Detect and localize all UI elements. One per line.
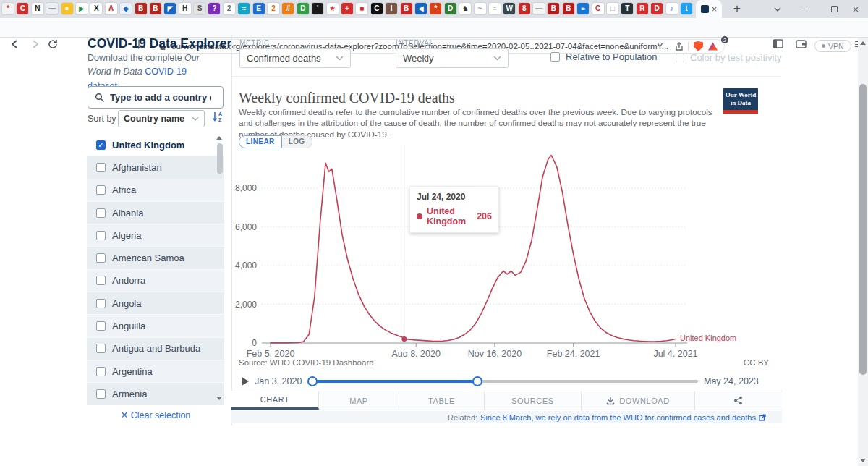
- browser-tab[interactable]: 8: [519, 3, 530, 14]
- brave-rewards-icon[interactable]: [708, 43, 718, 51]
- sidebar-panel-icon[interactable]: [773, 39, 783, 48]
- license-label[interactable]: CC BY: [738, 358, 769, 367]
- country-checkbox[interactable]: [96, 253, 106, 263]
- browser-tab[interactable]: *: [2, 3, 14, 14]
- country-row[interactable]: Angola: [87, 292, 224, 315]
- browser-tab[interactable]: =: [489, 3, 501, 14]
- browser-tab[interactable]: ◆: [120, 3, 132, 14]
- clear-selection-button[interactable]: ✕ Clear selection: [87, 410, 224, 420]
- tab-share[interactable]: [695, 391, 780, 410]
- browser-tab[interactable]: D: [297, 3, 309, 14]
- browser-tab[interactable]: ♞: [459, 3, 471, 14]
- country-row[interactable]: Albania: [87, 202, 224, 224]
- browser-tab[interactable]: ~: [475, 3, 486, 14]
- relative-to-population-checkbox[interactable]: Relative to Population: [550, 51, 657, 62]
- browser-tab[interactable]: ▶: [76, 3, 88, 14]
- browser-tab[interactable]: ≡: [577, 3, 589, 14]
- line-chart[interactable]: 02,0004,0006,0008,000Feb 5, 2020Aug 8, 2…: [235, 139, 774, 357]
- country-row[interactable]: ✓United Kingdom: [87, 134, 224, 156]
- list-scrollbar-thumb[interactable]: [217, 143, 223, 174]
- browser-tab[interactable]: C: [371, 3, 383, 14]
- tab-close-icon[interactable]: ×: [712, 4, 718, 14]
- related-link[interactable]: Since 8 March, we rely on data from the …: [480, 413, 756, 422]
- browser-tab[interactable]: ♪: [666, 3, 678, 14]
- country-checkbox[interactable]: [96, 321, 106, 331]
- country-row[interactable]: Antigua and Barbuda: [87, 338, 224, 360]
- share-icon[interactable]: [673, 42, 683, 51]
- country-search-box[interactable]: [88, 86, 224, 109]
- browser-tab[interactable]: N: [32, 3, 43, 14]
- active-browser-tab[interactable]: ×: [696, 0, 722, 18]
- page-scrollbar[interactable]: [858, 38, 868, 466]
- browser-tab[interactable]: ●: [61, 3, 73, 14]
- browser-tab[interactable]: ★: [327, 3, 339, 14]
- scroll-up-arrow[interactable]: [860, 41, 866, 45]
- tab-download[interactable]: DOWNLOAD: [582, 391, 695, 410]
- browser-tab[interactable]: C: [592, 3, 604, 14]
- country-row[interactable]: Algeria: [87, 224, 224, 247]
- browser-tab[interactable]: R: [637, 3, 648, 14]
- scrollbar-thumb[interactable]: [859, 84, 867, 375]
- browser-tab[interactable]: W: [503, 3, 515, 14]
- wallet-icon[interactable]: [796, 39, 807, 48]
- back-button[interactable]: [10, 39, 20, 49]
- browser-tab[interactable]: —: [533, 3, 545, 14]
- browser-tab[interactable]: E: [253, 3, 265, 14]
- browser-tab[interactable]: B: [135, 3, 147, 14]
- browser-tab[interactable]: B: [548, 3, 559, 14]
- browser-tab[interactable]: ◀: [415, 3, 427, 14]
- browser-tab[interactable]: H: [179, 3, 191, 14]
- country-checkbox[interactable]: [96, 389, 106, 399]
- country-checkbox[interactable]: [96, 276, 106, 285]
- sort-select[interactable]: Country name: [118, 110, 205, 127]
- scroll-down-arrow[interactable]: [858, 455, 868, 466]
- brave-shield-icon[interactable]: [694, 41, 703, 51]
- browser-tab[interactable]: S: [194, 3, 205, 14]
- browser-tab[interactable]: ': [312, 3, 323, 14]
- tab-search-chevron-icon[interactable]: [771, 0, 784, 18]
- browser-tab[interactable]: I: [386, 3, 397, 14]
- country-checkbox[interactable]: [96, 367, 106, 376]
- country-checkbox[interactable]: [96, 344, 106, 353]
- window-maximize-button[interactable]: [827, 0, 841, 18]
- country-row[interactable]: Afghanistan: [87, 156, 224, 179]
- browser-tab[interactable]: +: [341, 3, 353, 14]
- tab-table[interactable]: TABLE: [399, 391, 485, 410]
- browser-tab[interactable]: A: [106, 3, 117, 14]
- timeline-end-handle[interactable]: [472, 376, 482, 386]
- country-checkbox[interactable]: ✓: [96, 140, 106, 150]
- forward-button[interactable]: [30, 39, 40, 49]
- country-row[interactable]: Africa: [87, 179, 224, 202]
- browser-tab[interactable]: B: [563, 3, 574, 14]
- tab-chart[interactable]: CHART: [231, 391, 319, 410]
- list-scroll-up-arrow[interactable]: [216, 136, 222, 140]
- timeline-active-range[interactable]: [312, 380, 477, 383]
- tab-map[interactable]: MAP: [319, 391, 399, 410]
- window-minimize-button[interactable]: [797, 0, 810, 18]
- country-row[interactable]: Andorra: [87, 270, 224, 292]
- country-row[interactable]: Anguilla: [87, 315, 224, 337]
- country-row[interactable]: American Samoa: [87, 247, 224, 269]
- vpn-button[interactable]: VPN: [814, 40, 851, 52]
- tab-sources[interactable]: SOURCES: [485, 391, 582, 410]
- browser-tab[interactable]: 2: [268, 3, 279, 14]
- window-close-button[interactable]: ×: [849, 0, 862, 18]
- browser-tab[interactable]: B: [401, 3, 412, 14]
- country-checkbox[interactable]: [96, 163, 106, 172]
- browser-tab[interactable]: D: [445, 3, 456, 14]
- new-tab-button[interactable]: +: [729, 1, 745, 17]
- interval-dropdown[interactable]: Weekly: [396, 48, 509, 68]
- browser-tab[interactable]: ≈: [238, 3, 250, 14]
- browser-tab[interactable]: C: [17, 3, 28, 14]
- browser-tab[interactable]: #: [282, 3, 294, 14]
- reload-button[interactable]: [48, 39, 58, 49]
- browser-tab[interactable]: 2: [224, 3, 235, 14]
- country-checkbox[interactable]: [96, 185, 106, 195]
- country-row[interactable]: Armenia: [87, 383, 224, 405]
- browser-tab[interactable]: ?: [208, 3, 220, 14]
- country-row[interactable]: Argentina: [87, 360, 224, 383]
- checkbox[interactable]: [550, 52, 560, 62]
- browser-tab[interactable]: ◤: [164, 3, 176, 14]
- browser-tab[interactable]: t: [681, 3, 692, 14]
- sort-direction-icon[interactable]: A Z: [212, 111, 224, 123]
